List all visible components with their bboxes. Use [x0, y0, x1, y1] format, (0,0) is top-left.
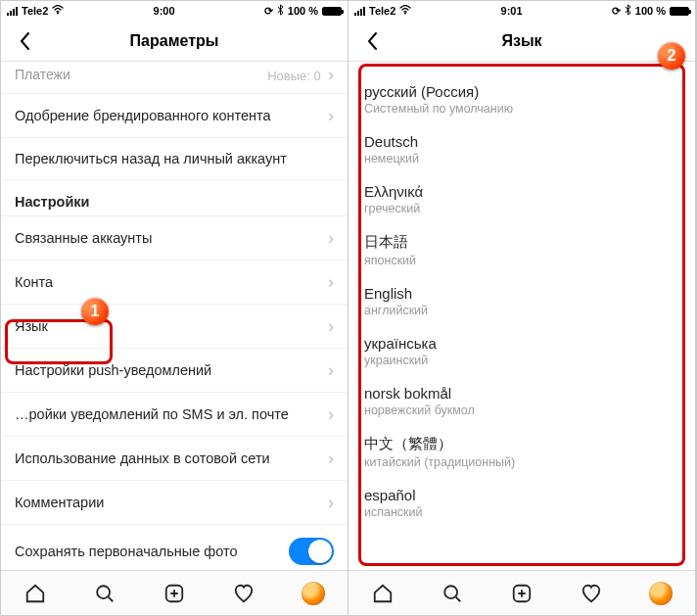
carrier-label: Tele2 — [369, 5, 395, 17]
tab-activity[interactable] — [222, 572, 265, 615]
tab-create[interactable] — [153, 572, 196, 615]
row-linked-accounts[interactable]: Связанные аккаунты › — [1, 216, 348, 261]
language-native: norsk bokmål — [364, 385, 679, 402]
page-title: Параметры — [130, 32, 219, 50]
wifi-icon — [52, 5, 64, 17]
carrier-label: Tele2 — [22, 5, 48, 17]
section-settings: Настройки — [1, 180, 348, 216]
tab-profile[interactable] — [639, 572, 682, 615]
language-native: українська — [364, 335, 679, 352]
language-option[interactable]: español испанский — [348, 479, 695, 529]
row-push-notifications[interactable]: Настройки push-уведомлений › — [1, 349, 348, 393]
language-sub: китайский (традиционный) — [364, 455, 679, 469]
tab-profile[interactable] — [292, 572, 335, 615]
chevron-right-icon: › — [328, 273, 334, 291]
language-native: 中文（繁體） — [364, 435, 679, 453]
language-sub: украинский — [364, 354, 679, 367]
row-branded-content[interactable]: Одобрение брендированного контента › — [1, 94, 348, 138]
language-sub: испанский — [364, 505, 679, 519]
battery-percent: 100 % — [635, 5, 666, 17]
chevron-right-icon: › — [328, 405, 334, 423]
row-label: Переключиться назад на личный аккаунт — [15, 151, 287, 166]
phone-right: Tele2 9:01 ⟳ 100 % Язык русский (Россия)… — [348, 1, 696, 615]
status-bar: Tele2 9:00 ⟳ 100 % — [1, 1, 348, 21]
signal-icon — [7, 7, 18, 16]
row-label: …ройки уведомлений по SMS и эл. почте — [15, 406, 289, 422]
row-label: Настройки push-уведомлений — [15, 362, 211, 378]
back-button[interactable] — [354, 21, 392, 61]
language-sub: норвежский букмол — [364, 403, 679, 417]
language-native: español — [364, 487, 679, 503]
row-meta: Новые: 0 — [267, 69, 321, 83]
chevron-right-icon: › — [328, 450, 334, 467]
chevron-right-icon: › — [328, 229, 334, 247]
row-label: Комментарии — [15, 495, 104, 510]
language-option[interactable]: українська украинский — [348, 327, 695, 377]
bluetooth-icon — [625, 4, 631, 18]
chevron-right-icon: › — [328, 107, 334, 124]
tab-search[interactable] — [83, 572, 126, 615]
tab-activity[interactable] — [570, 572, 613, 615]
page-title: Язык — [501, 32, 541, 50]
language-option[interactable]: русский (Россия) Системный по умолчанию — [348, 75, 695, 125]
chevron-right-icon: › — [328, 65, 334, 84]
bluetooth-icon — [277, 4, 284, 18]
row-payments[interactable]: Платежи Новые: 0 › — [1, 62, 348, 94]
status-bar: Tele2 9:01 ⟳ 100 % — [348, 1, 695, 21]
clock-label: 9:00 — [154, 5, 175, 17]
language-sub: немецкий — [364, 152, 679, 166]
tab-create[interactable] — [500, 572, 543, 615]
chevron-right-icon: › — [328, 494, 334, 511]
language-sub: английский — [364, 304, 679, 317]
language-sub: Системный по умолчанию — [364, 102, 679, 116]
row-contacts[interactable]: Конта › — [1, 261, 348, 305]
phone-left: Tele2 9:00 ⟳ 100 % Параметры Платежи Нов… — [1, 1, 348, 615]
row-save-original-photos[interactable]: Сохранять первоначальные фото — [1, 525, 348, 570]
row-label: Использование данных в сотовой сети — [15, 450, 270, 466]
toggle-save-photos[interactable] — [289, 538, 334, 565]
row-language[interactable]: Язык › — [1, 305, 348, 349]
avatar-icon — [302, 582, 325, 605]
language-native: Deutsch — [364, 133, 679, 150]
row-cellular-data[interactable]: Использование данных в сотовой сети › — [1, 437, 348, 481]
language-option[interactable]: Ελληνικά греческий — [348, 175, 695, 225]
rotation-lock-icon: ⟳ — [264, 5, 273, 18]
row-comments[interactable]: Комментарии › — [1, 481, 348, 525]
row-label: Связанные аккаунты — [15, 230, 152, 246]
language-native: русский (Россия) — [364, 83, 679, 100]
battery-percent: 100 % — [288, 5, 318, 17]
nav-header: Параметры — [1, 21, 348, 62]
language-option[interactable]: Deutsch немецкий — [348, 125, 695, 175]
row-switch-back[interactable]: Переключиться назад на личный аккаунт — [1, 138, 348, 180]
row-label: Одобрение брендированного контента — [15, 108, 271, 123]
language-option[interactable]: English английский — [348, 277, 695, 327]
row-label: Конта — [15, 274, 53, 290]
clock-label: 9:01 — [501, 5, 523, 17]
svg-point-4 — [444, 586, 457, 598]
tab-home[interactable] — [361, 572, 404, 615]
tab-search[interactable] — [431, 572, 474, 615]
language-sub: японский — [364, 254, 679, 267]
battery-icon — [670, 7, 689, 16]
chevron-right-icon: › — [328, 361, 334, 379]
language-option[interactable]: 日本語 японский — [348, 225, 695, 277]
language-option[interactable]: norsk bokmål норвежский букмол — [348, 377, 695, 427]
signal-icon — [354, 7, 365, 16]
tab-home[interactable] — [14, 572, 57, 615]
svg-point-0 — [57, 13, 59, 15]
svg-point-3 — [404, 13, 406, 15]
language-sub: греческий — [364, 202, 679, 215]
rotation-lock-icon: ⟳ — [612, 5, 621, 18]
row-label: Язык — [15, 318, 48, 334]
chevron-right-icon: › — [328, 317, 334, 335]
back-button[interactable] — [7, 21, 44, 61]
language-option[interactable]: 中文（繁體） китайский (традиционный) — [348, 427, 695, 479]
language-native: 日本語 — [364, 233, 679, 252]
language-native: English — [364, 285, 679, 302]
row-sms-email[interactable]: …ройки уведомлений по SMS и эл. почте › — [1, 393, 348, 437]
svg-point-1 — [97, 586, 110, 598]
row-label: Сохранять первоначальные фото — [15, 544, 238, 559]
settings-list: Платежи Новые: 0 › Одобрение брендирован… — [1, 62, 348, 570]
tab-bar — [1, 570, 348, 615]
wifi-icon — [399, 5, 411, 17]
